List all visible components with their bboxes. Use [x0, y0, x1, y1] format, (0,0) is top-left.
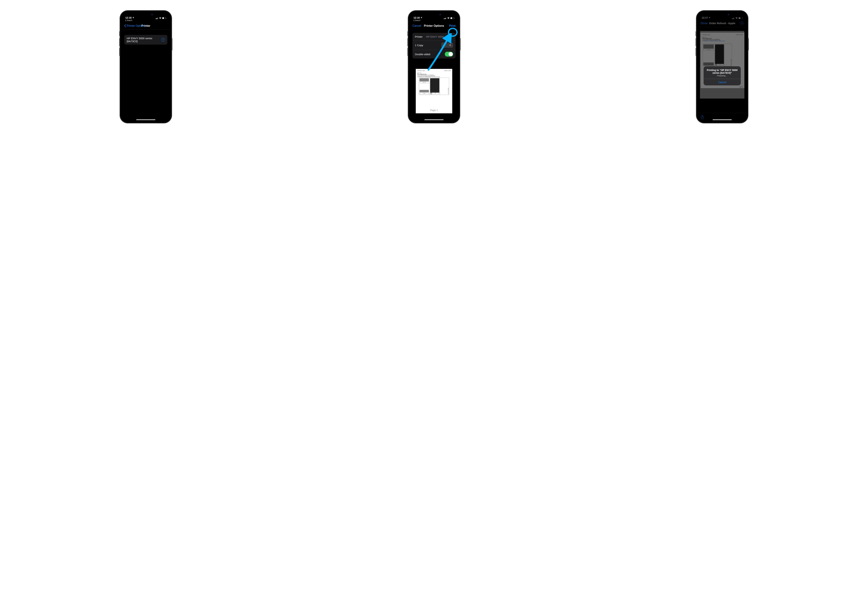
- svg-rect-8: [444, 18, 445, 19]
- iphone-frame-2: 12:16 Search Cancel Printer Options Prin…: [408, 10, 460, 123]
- svg-rect-7: [444, 19, 444, 19]
- print-preview[interactable]: Order Refund – Apple 11/25/20, 12:16 AM …: [410, 59, 458, 117]
- back-to-app[interactable]: Search: [122, 19, 170, 22]
- printer-row[interactable]: HP ENVY 5000 series [6A73C0] i: [124, 35, 167, 44]
- svg-rect-3: [158, 18, 158, 19]
- svg-rect-1: [156, 18, 157, 19]
- stepper-plus[interactable]: +: [447, 43, 453, 48]
- nav-back[interactable]: Printer Options: [124, 24, 145, 27]
- location-icon: [132, 17, 134, 19]
- cancel-button[interactable]: Cancel: [412, 24, 423, 27]
- status-time: 12:16: [125, 16, 131, 19]
- dialog-subtitle: Preparing…: [704, 75, 741, 79]
- chevron-right-icon: ›: [452, 35, 453, 38]
- copies-row: 1 Copy − +: [412, 40, 456, 50]
- qr-code-icon: [430, 78, 439, 93]
- svg-rect-13: [454, 18, 455, 19]
- fedex-icon: [431, 93, 432, 94]
- printer-row[interactable]: Printer HP ENVY 5000 series [6A73C0] ›: [412, 33, 456, 40]
- preview-page: Order Refund – Apple 11/25/20, 12:16 AM …: [416, 69, 452, 113]
- svg-rect-9: [445, 18, 446, 19]
- shipping-address: LEBANON TN 37090 US: [440, 88, 449, 94]
- barcode-icon: [419, 78, 429, 81]
- print-options: Printer HP ENVY 5000 series [6A73C0] › 1…: [412, 33, 456, 59]
- wifi-icon: [447, 17, 450, 19]
- chevron-left-icon: [124, 24, 126, 27]
- home-indicator[interactable]: [424, 119, 444, 120]
- location-icon: [421, 17, 422, 19]
- printing-dialog: Printing to “HP ENVY 5000 series [6A73C0…: [704, 66, 741, 86]
- page-number: Page 1: [416, 108, 452, 113]
- iphone-frame-1: 12:16 Search Printer Options Printer HP: [120, 10, 172, 123]
- battery-icon: [450, 17, 455, 19]
- svg-rect-10: [446, 18, 446, 19]
- printer-list: HP ENVY 5000 series [6A73C0] i: [124, 35, 167, 44]
- wifi-icon: [159, 17, 161, 19]
- svg-rect-0: [155, 19, 156, 19]
- home-indicator[interactable]: [713, 119, 732, 120]
- svg-rect-12: [451, 18, 452, 19]
- dialog-title: Printing to “HP ENVY 5000 series [6A73C0…: [704, 66, 741, 75]
- svg-rect-2: [157, 18, 158, 19]
- iphone-frame-3: 12:17 Done Order Refund - Apple A Order …: [696, 10, 748, 123]
- info-icon[interactable]: i: [161, 38, 165, 42]
- back-to-app[interactable]: Search: [410, 19, 458, 22]
- duplex-row: Double-sided: [412, 50, 456, 59]
- duplex-switch[interactable]: [445, 52, 453, 56]
- nav-bar: Printer Options Printer: [122, 22, 170, 30]
- shipping-label: 7199 7714 31195 FedExE LEBANON TN 37090 …: [419, 78, 449, 95]
- printer-name: HP ENVY 5000 series [6A73C0]: [127, 37, 161, 43]
- selected-printer: HP ENVY 5000 series [6A73C0]: [426, 35, 450, 38]
- signal-icon: [444, 17, 446, 19]
- home-indicator[interactable]: [136, 119, 155, 120]
- status-time: 12:16: [413, 16, 420, 19]
- battery-icon: [162, 17, 166, 19]
- stepper-minus[interactable]: −: [441, 43, 447, 48]
- signal-icon: [155, 17, 158, 19]
- barcode-icon: [419, 90, 429, 92]
- copies-stepper[interactable]: − +: [441, 43, 453, 48]
- dialog-cancel-button[interactable]: Cancel: [704, 79, 741, 86]
- svg-rect-5: [162, 18, 164, 19]
- print-button[interactable]: Print: [445, 24, 456, 27]
- svg-rect-6: [166, 18, 166, 19]
- nav-bar: Cancel Printer Options Print: [410, 22, 458, 30]
